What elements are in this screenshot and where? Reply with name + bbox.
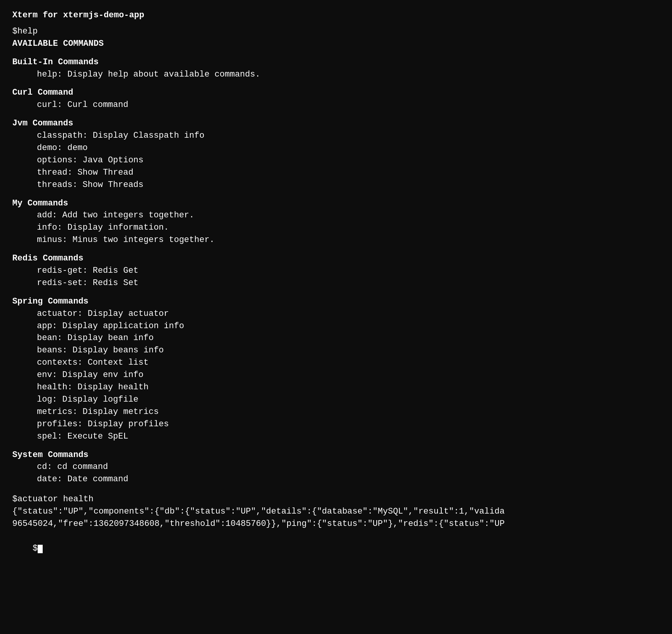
builtin-cmd-0: help: Display help about available comma… [12,68,660,81]
prompt-symbol: $ [33,544,38,553]
spring-cmd-10: spel: Execute SpEL [12,430,660,443]
system-cmd-1: date: Date command [12,473,660,486]
my-cmd-1: info: Display information. [12,222,660,234]
spring-cmd-9: profiles: Display profiles [12,418,660,430]
section-jvm-header: Jvm Commands [12,117,660,130]
spring-cmd-4: contexts: Context list [12,357,660,369]
spring-cmd-6: health: Display health [12,381,660,394]
available-commands-header: AVAILABLE COMMANDS [12,38,660,50]
jvm-cmd-1: demo: demo [12,142,660,154]
section-curl-header: Curl Command [12,87,660,99]
spring-cmd-1: app: Display application info [12,320,660,332]
section-redis-header: Redis Commands [12,252,660,265]
spring-cmd-0: actuator: Display actuator [12,308,660,320]
spring-cmd-8: metrics: Display metrics [12,406,660,418]
section-spring-header: Spring Commands [12,295,660,308]
spring-cmd-3: beans: Display beans info [12,344,660,357]
redis-cmd-0: redis-get: Redis Get [12,265,660,277]
section-my-header: My Commands [12,197,660,210]
spring-cmd-2: bean: Display bean info [12,332,660,344]
section-builtin-header: Built-In Commands [12,56,660,68]
my-cmd-2: minus: Minus two integers together. [12,234,660,246]
spring-cmd-5: env: Display env info [12,369,660,381]
my-cmd-0: add: Add two integers together. [12,209,660,222]
cursor-line[interactable]: $ [12,530,660,567]
cursor[interactable] [38,545,43,553]
terminal-container: Xterm for xtermjs-demo-app $help AVAILAB… [12,9,660,567]
prompt-help: $help [12,25,660,38]
jvm-cmd-0: classpath: Display Classpath info [12,130,660,142]
terminal-title: Xterm for xtermjs-demo-app [12,9,660,22]
json-output-1: {"status":"UP","components":{"db":{"stat… [12,506,660,518]
jvm-cmd-4: threads: Show Threads [12,179,660,191]
curl-cmd-0: curl: Curl command [12,99,660,111]
jvm-cmd-3: thread: Show Thread [12,167,660,179]
json-output-2: 96545024,"free":1362097348608,"threshold… [12,518,660,530]
prompt-actuator: $actuator health [12,493,660,506]
jvm-cmd-2: options: Java Options [12,154,660,167]
system-cmd-0: cd: cd command [12,461,660,473]
spring-cmd-7: log: Display logfile [12,394,660,406]
redis-cmd-1: redis-set: Redis Set [12,277,660,289]
section-system-header: System Commands [12,449,660,461]
